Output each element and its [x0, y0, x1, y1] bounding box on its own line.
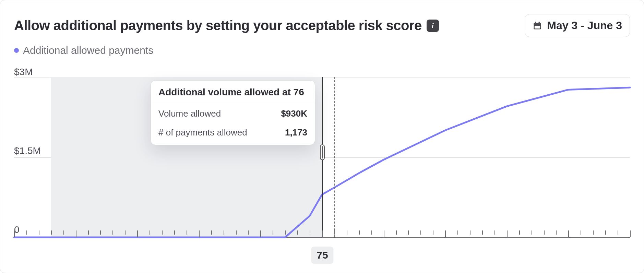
tooltip-row-label: # of payments allowed	[158, 127, 247, 138]
tooltip-title: Additional volume allowed at 76	[151, 81, 315, 104]
svg-rect-3	[539, 22, 540, 24]
tooltip-row-value: 1,173	[285, 127, 307, 138]
x-axis-ticks	[14, 230, 630, 237]
svg-rect-1	[534, 23, 541, 25]
risk-score-slider-handle[interactable]	[322, 77, 323, 237]
chart-area: $3M $1.5M 0 Additional volume allowed at…	[14, 67, 630, 245]
tooltip-row-label: Volume allowed	[158, 108, 221, 119]
tooltip: Additional volume allowed at 76 Volume a…	[151, 80, 315, 145]
tooltip-row-value: $930K	[281, 108, 307, 119]
slider-value-badge: 75	[311, 247, 333, 264]
header: Allow additional payments by setting you…	[14, 14, 630, 37]
page-title: Allow additional payments by setting you…	[14, 18, 422, 33]
svg-rect-2	[535, 22, 536, 24]
legend-series-label: Additional allowed payments	[23, 45, 153, 56]
tooltip-row: # of payments allowed 1,173	[151, 123, 315, 145]
y-tick-label: $3M	[14, 67, 33, 78]
date-range-label: May 3 - June 3	[547, 19, 622, 32]
title-wrap: Allow additional payments by setting you…	[14, 18, 439, 33]
calendar-icon	[533, 21, 542, 31]
tooltip-row: Volume allowed $930K	[151, 104, 315, 123]
plot-region[interactable]: Additional volume allowed at 76 Volume a…	[14, 77, 630, 238]
date-range-button[interactable]: May 3 - June 3	[525, 14, 630, 37]
legend-dot-icon	[14, 48, 19, 53]
risk-score-chart-card: Allow additional payments by setting you…	[0, 0, 644, 273]
info-icon[interactable]: i	[427, 20, 439, 32]
svg-rect-4	[535, 26, 540, 28]
hover-guideline	[334, 77, 335, 237]
legend: Additional allowed payments	[14, 45, 630, 56]
